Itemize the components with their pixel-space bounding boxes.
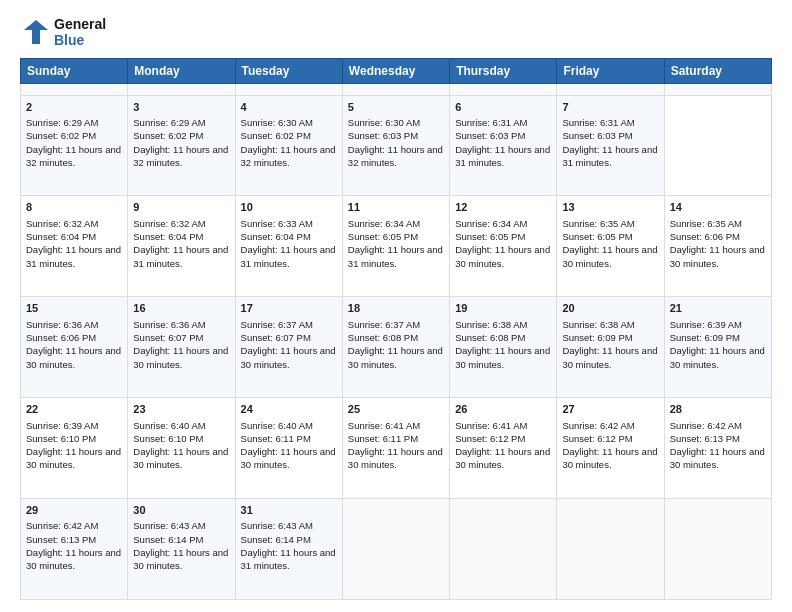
day-number: 30 [133, 503, 229, 518]
calendar-cell [21, 84, 128, 96]
calendar-cell: 30Sunrise: 6:43 AMSunset: 6:14 PMDayligh… [128, 499, 235, 600]
calendar-page: General Blue Sunday Monday Tuesday Wedne… [0, 0, 792, 612]
calendar-cell: 21Sunrise: 6:39 AMSunset: 6:09 PMDayligh… [664, 297, 771, 398]
day-number: 5 [348, 100, 444, 115]
calendar-header-row: Sunday Monday Tuesday Wednesday Thursday… [21, 59, 772, 84]
calendar-cell: 2Sunrise: 6:29 AMSunset: 6:02 PMDaylight… [21, 95, 128, 196]
day-number: 6 [455, 100, 551, 115]
day-number: 11 [348, 200, 444, 215]
calendar-cell: 19Sunrise: 6:38 AMSunset: 6:08 PMDayligh… [450, 297, 557, 398]
day-number: 23 [133, 402, 229, 417]
calendar-cell: 17Sunrise: 6:37 AMSunset: 6:07 PMDayligh… [235, 297, 342, 398]
calendar-cell: 28Sunrise: 6:42 AMSunset: 6:13 PMDayligh… [664, 398, 771, 499]
day-number: 13 [562, 200, 658, 215]
day-number: 21 [670, 301, 766, 316]
calendar-week-row: 22Sunrise: 6:39 AMSunset: 6:10 PMDayligh… [21, 398, 772, 499]
calendar-cell: 25Sunrise: 6:41 AMSunset: 6:11 PMDayligh… [342, 398, 449, 499]
day-number: 24 [241, 402, 337, 417]
logo-bird-icon [20, 16, 52, 48]
col-sunday: Sunday [21, 59, 128, 84]
day-number: 26 [455, 402, 551, 417]
calendar-cell [450, 499, 557, 600]
day-number: 18 [348, 301, 444, 316]
calendar-cell: 10Sunrise: 6:33 AMSunset: 6:04 PMDayligh… [235, 196, 342, 297]
calendar-cell: 29Sunrise: 6:42 AMSunset: 6:13 PMDayligh… [21, 499, 128, 600]
day-number: 25 [348, 402, 444, 417]
calendar-body: 2Sunrise: 6:29 AMSunset: 6:02 PMDaylight… [21, 84, 772, 600]
day-number: 10 [241, 200, 337, 215]
calendar-cell: 18Sunrise: 6:37 AMSunset: 6:08 PMDayligh… [342, 297, 449, 398]
day-number: 2 [26, 100, 122, 115]
day-number: 31 [241, 503, 337, 518]
day-number: 9 [133, 200, 229, 215]
calendar-cell [557, 84, 664, 96]
col-friday: Friday [557, 59, 664, 84]
col-saturday: Saturday [664, 59, 771, 84]
calendar-cell: 15Sunrise: 6:36 AMSunset: 6:06 PMDayligh… [21, 297, 128, 398]
calendar-week-row: 2Sunrise: 6:29 AMSunset: 6:02 PMDaylight… [21, 95, 772, 196]
calendar-cell [664, 84, 771, 96]
col-wednesday: Wednesday [342, 59, 449, 84]
calendar-cell: 16Sunrise: 6:36 AMSunset: 6:07 PMDayligh… [128, 297, 235, 398]
calendar-cell: 8Sunrise: 6:32 AMSunset: 6:04 PMDaylight… [21, 196, 128, 297]
logo-name-general: General [54, 16, 106, 32]
calendar-cell: 31Sunrise: 6:43 AMSunset: 6:14 PMDayligh… [235, 499, 342, 600]
calendar-cell: 26Sunrise: 6:41 AMSunset: 6:12 PMDayligh… [450, 398, 557, 499]
calendar-cell: 22Sunrise: 6:39 AMSunset: 6:10 PMDayligh… [21, 398, 128, 499]
col-thursday: Thursday [450, 59, 557, 84]
page-header: General Blue [20, 16, 772, 48]
day-number: 8 [26, 200, 122, 215]
day-number: 4 [241, 100, 337, 115]
calendar-cell: 12Sunrise: 6:34 AMSunset: 6:05 PMDayligh… [450, 196, 557, 297]
calendar-cell: 24Sunrise: 6:40 AMSunset: 6:11 PMDayligh… [235, 398, 342, 499]
calendar-cell: 27Sunrise: 6:42 AMSunset: 6:12 PMDayligh… [557, 398, 664, 499]
calendar-cell [235, 84, 342, 96]
calendar-cell: 11Sunrise: 6:34 AMSunset: 6:05 PMDayligh… [342, 196, 449, 297]
col-monday: Monday [128, 59, 235, 84]
calendar-week-row: 15Sunrise: 6:36 AMSunset: 6:06 PMDayligh… [21, 297, 772, 398]
day-number: 12 [455, 200, 551, 215]
day-number: 15 [26, 301, 122, 316]
day-number: 14 [670, 200, 766, 215]
svg-marker-0 [24, 20, 48, 44]
calendar-week-row: 29Sunrise: 6:42 AMSunset: 6:13 PMDayligh… [21, 499, 772, 600]
day-number: 28 [670, 402, 766, 417]
day-number: 16 [133, 301, 229, 316]
logo-name-blue: Blue [54, 32, 106, 48]
day-number: 29 [26, 503, 122, 518]
calendar-cell: 6Sunrise: 6:31 AMSunset: 6:03 PMDaylight… [450, 95, 557, 196]
day-number: 19 [455, 301, 551, 316]
day-number: 17 [241, 301, 337, 316]
calendar-cell: 14Sunrise: 6:35 AMSunset: 6:06 PMDayligh… [664, 196, 771, 297]
calendar-cell: 5Sunrise: 6:30 AMSunset: 6:03 PMDaylight… [342, 95, 449, 196]
calendar-cell: 9Sunrise: 6:32 AMSunset: 6:04 PMDaylight… [128, 196, 235, 297]
day-number: 22 [26, 402, 122, 417]
day-number: 3 [133, 100, 229, 115]
calendar-table: Sunday Monday Tuesday Wednesday Thursday… [20, 58, 772, 600]
calendar-cell [450, 84, 557, 96]
calendar-cell [342, 84, 449, 96]
calendar-cell [664, 499, 771, 600]
logo: General Blue [20, 16, 106, 48]
col-tuesday: Tuesday [235, 59, 342, 84]
day-number: 7 [562, 100, 658, 115]
day-number: 27 [562, 402, 658, 417]
calendar-cell [342, 499, 449, 600]
day-number: 20 [562, 301, 658, 316]
calendar-cell: 3Sunrise: 6:29 AMSunset: 6:02 PMDaylight… [128, 95, 235, 196]
calendar-cell: 23Sunrise: 6:40 AMSunset: 6:10 PMDayligh… [128, 398, 235, 499]
calendar-week-row: 8Sunrise: 6:32 AMSunset: 6:04 PMDaylight… [21, 196, 772, 297]
calendar-cell: 7Sunrise: 6:31 AMSunset: 6:03 PMDaylight… [557, 95, 664, 196]
calendar-cell: 20Sunrise: 6:38 AMSunset: 6:09 PMDayligh… [557, 297, 664, 398]
logo-container: General Blue [20, 16, 106, 48]
calendar-cell: 4Sunrise: 6:30 AMSunset: 6:02 PMDaylight… [235, 95, 342, 196]
calendar-cell [128, 84, 235, 96]
calendar-cell [557, 499, 664, 600]
calendar-cell: 13Sunrise: 6:35 AMSunset: 6:05 PMDayligh… [557, 196, 664, 297]
calendar-week-row [21, 84, 772, 96]
